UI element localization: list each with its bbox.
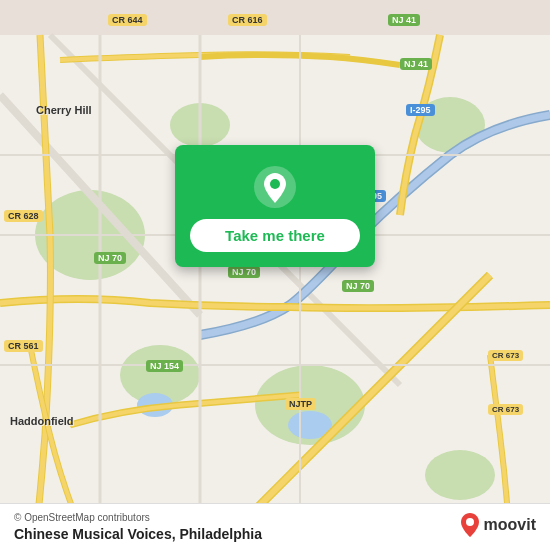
map-svg bbox=[0, 0, 550, 550]
destination-label: Chinese Musical Voices, Philadelphia bbox=[14, 526, 262, 542]
svg-point-4 bbox=[425, 450, 495, 500]
road-label-njtp: NJTP bbox=[285, 398, 316, 410]
svg-point-18 bbox=[270, 179, 280, 189]
location-pin-icon bbox=[253, 165, 297, 209]
map-container: CR 644 CR 616 NJ 41 NJ 41 I-295 I 295 I … bbox=[0, 0, 550, 550]
road-label-nj41a: NJ 41 bbox=[388, 14, 420, 26]
moovit-brand-text: moovit bbox=[484, 516, 536, 534]
road-label-cr673b: CR 673 bbox=[488, 404, 523, 415]
road-label-i295a: I-295 bbox=[406, 104, 435, 116]
svg-point-19 bbox=[466, 518, 474, 526]
road-label-nj70c: NJ 70 bbox=[342, 280, 374, 292]
take-me-there-button[interactable]: Take me there bbox=[190, 219, 360, 252]
moovit-pin-icon bbox=[459, 512, 481, 538]
road-label-cr616: CR 616 bbox=[228, 14, 267, 26]
moovit-logo: moovit bbox=[459, 512, 536, 538]
road-label-nj154: NJ 154 bbox=[146, 360, 183, 372]
road-label-cr628: CR 628 bbox=[4, 210, 43, 222]
road-label-cr561: CR 561 bbox=[4, 340, 43, 352]
road-label-nj70a: NJ 70 bbox=[94, 252, 126, 264]
haddonfield-label: Haddonfield bbox=[10, 415, 74, 427]
cherry-hill-label: Cherry Hill bbox=[36, 104, 92, 116]
road-label-nj41b: NJ 41 bbox=[400, 58, 432, 70]
bottom-bar: © OpenStreetMap contributors Chinese Mus… bbox=[0, 503, 550, 550]
road-label-cr673a: CR 673 bbox=[488, 350, 523, 361]
road-label-nj70b: NJ 70 bbox=[228, 266, 260, 278]
road-label-cr644: CR 644 bbox=[108, 14, 147, 26]
popup-card: Take me there bbox=[175, 145, 375, 267]
